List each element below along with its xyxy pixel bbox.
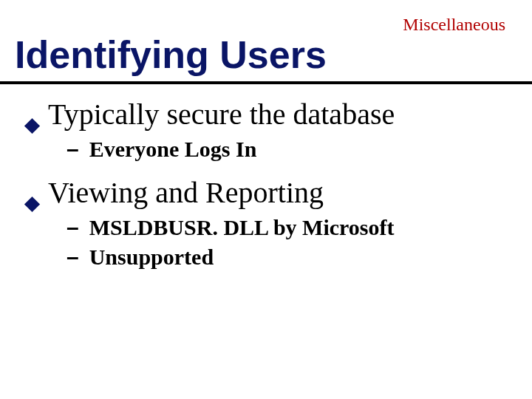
sub-list: – MSLDBUSR. DLL by Microsoft – Unsupport… [66, 214, 505, 270]
sub-text: Unsupported [89, 244, 214, 270]
sub-text: Everyone Logs In [89, 136, 257, 163]
bullet-text: Typically secure the database [48, 98, 395, 132]
sub-item: – Everyone Logs In [66, 136, 505, 163]
slide-body: Typically secure the database – Everyone… [27, 98, 505, 284]
sub-item: – MSLDBUSR. DLL by Microsoft [66, 214, 505, 241]
diamond-bullet-icon [24, 197, 40, 212]
dash-bullet-icon: – [66, 137, 79, 162]
dash-bullet-icon: – [66, 245, 79, 270]
bullet-item: Viewing and Reporting [27, 176, 505, 210]
bullet-text: Viewing and Reporting [48, 176, 324, 210]
slide: Miscellaneous Identifying Users Typicall… [0, 0, 532, 399]
bullet-item: Typically secure the database [27, 98, 505, 132]
slide-title: Identifying Users [15, 33, 327, 77]
sub-text: MSLDBUSR. DLL by Microsoft [89, 214, 395, 241]
sub-item: – Unsupported [66, 244, 505, 270]
title-underline [0, 81, 532, 84]
sub-list: – Everyone Logs In [66, 136, 505, 163]
diamond-bullet-icon [24, 118, 40, 134]
section-topic: Miscellaneous [403, 15, 505, 35]
dash-bullet-icon: – [66, 215, 79, 240]
